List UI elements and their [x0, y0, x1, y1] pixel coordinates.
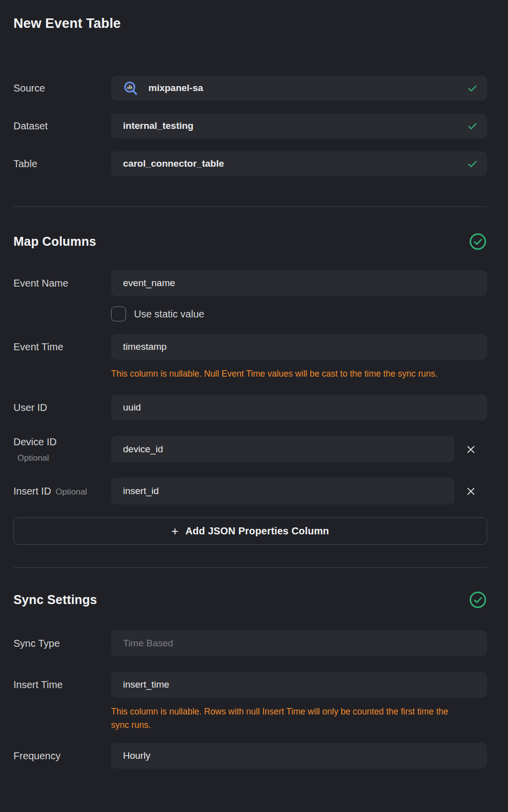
insert-id-remove-button[interactable] — [464, 484, 479, 499]
insert-time-row: Insert Time insert_time — [13, 672, 487, 698]
insert-id-label: Insert ID — [13, 486, 51, 497]
table-value: carol_connector_table — [123, 158, 224, 169]
use-static-value-label: Use static value — [134, 308, 204, 320]
sync-type-label: Sync Type — [13, 638, 111, 649]
insert-id-optional-tag: Optional — [56, 487, 87, 497]
sync-type-value: Time Based — [123, 638, 173, 649]
dataset-select[interactable]: internal_testing — [111, 113, 487, 138]
event-time-select[interactable]: timestamp — [111, 334, 487, 360]
add-json-properties-column-label: Add JSON Properties Column — [185, 525, 329, 537]
source-value: mixpanel-sa — [148, 83, 203, 94]
frequency-row: Frequency Hourly — [13, 743, 487, 769]
add-json-properties-column-button[interactable]: + Add JSON Properties Column — [13, 517, 487, 545]
device-id-optional-tag: Optional — [17, 453, 106, 463]
sync-type-row: Sync Type Time Based — [13, 630, 487, 656]
device-id-value: device_id — [123, 444, 163, 455]
plus-icon: + — [171, 525, 178, 537]
frequency-value: Hourly — [123, 750, 150, 761]
frequency-label: Frequency — [13, 750, 111, 762]
event-name-label: Event Name — [13, 278, 111, 289]
user-id-select[interactable]: uuid — [111, 395, 487, 420]
insert-id-select[interactable]: insert_id — [111, 478, 455, 505]
insert-id-value: insert_id — [123, 486, 159, 497]
user-id-row: User ID uuid — [13, 395, 487, 420]
sync-settings-header: Sync Settings — [13, 591, 487, 609]
dataset-row: Dataset internal_testing — [13, 113, 487, 138]
event-name-select[interactable]: event_name — [111, 270, 487, 296]
frequency-select[interactable]: Hourly — [111, 743, 487, 769]
insert-id-label-group: Insert ID Optional — [13, 486, 111, 497]
table-label: Table — [13, 158, 111, 170]
device-id-label-group: Device ID Optional — [13, 435, 111, 463]
insert-time-select[interactable]: insert_time — [111, 672, 487, 698]
table-row: Table carol_connector_table — [13, 151, 487, 176]
source-select[interactable]: mixpanel-sa — [111, 76, 487, 101]
sync-type-select-disabled: Time Based — [111, 630, 487, 656]
mixpanel-source-icon — [123, 81, 138, 96]
device-id-remove-button[interactable] — [464, 442, 479, 457]
section-divider — [13, 567, 487, 568]
sync-settings-title: Sync Settings — [13, 593, 97, 607]
user-id-value: uuid — [123, 402, 141, 413]
insert-id-row: Insert ID Optional insert_id — [13, 478, 487, 505]
valid-check-icon — [467, 120, 478, 132]
section-complete-icon — [469, 591, 487, 609]
dataset-label: Dataset — [13, 120, 111, 132]
table-select[interactable]: carol_connector_table — [111, 151, 487, 176]
event-time-value: timestamp — [123, 341, 167, 352]
new-event-table-form: New Event Table Source mixpanel-sa Datas… — [0, 0, 508, 812]
insert-time-value: insert_time — [123, 679, 169, 690]
dataset-value: internal_testing — [123, 120, 193, 131]
section-complete-icon — [469, 232, 487, 251]
event-name-row: Event Name event_name — [13, 270, 487, 296]
event-time-label: Event Time — [13, 341, 111, 353]
page-title: New Event Table — [13, 0, 487, 31]
event-name-value: event_name — [123, 278, 175, 289]
valid-check-icon — [467, 83, 478, 94]
device-id-select[interactable]: device_id — [111, 436, 455, 463]
insert-time-label: Insert Time — [13, 679, 111, 691]
valid-check-icon — [467, 158, 478, 170]
section-divider — [13, 206, 487, 207]
static-value-row: Use static value — [111, 306, 487, 321]
device-id-row: Device ID Optional device_id — [13, 435, 487, 463]
user-id-label: User ID — [13, 402, 111, 413]
source-row: Source mixpanel-sa — [13, 76, 487, 101]
source-label: Source — [13, 83, 111, 94]
use-static-value-checkbox[interactable] — [111, 306, 126, 321]
map-columns-header: Map Columns — [13, 232, 487, 251]
map-columns-title: Map Columns — [13, 234, 96, 249]
event-time-row: Event Time timestamp — [13, 334, 487, 360]
event-time-warning: This column is nullable. Null Event Time… — [111, 367, 465, 381]
device-id-label: Device ID — [13, 436, 106, 448]
insert-time-warning: This column is nullable. Rows with null … — [111, 705, 465, 732]
